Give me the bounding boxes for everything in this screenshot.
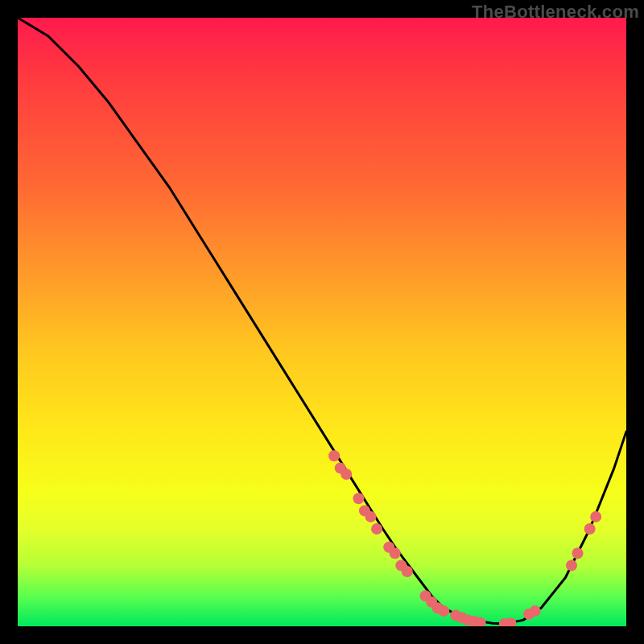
marker-dot [353, 493, 364, 504]
series-curve [18, 18, 626, 624]
marker-dot [572, 547, 584, 559]
marker-dot [328, 450, 340, 461]
marker-dot [566, 559, 577, 571]
marker-dot [530, 605, 541, 617]
chart-plot-area [18, 18, 626, 626]
marker-dot [365, 511, 377, 522]
marker-dot [590, 511, 601, 522]
marker-dot [584, 523, 596, 535]
marker-dot [371, 523, 382, 535]
marker-dot [438, 605, 449, 617]
chart-stage: TheBottleneck.com [0, 0, 644, 644]
marker-dot [341, 469, 352, 480]
watermark-text: TheBottleneck.com [472, 2, 639, 23]
marker-dot [402, 566, 413, 577]
marker-dot [390, 547, 401, 559]
marker-layer [328, 450, 601, 626]
chart-svg [18, 18, 626, 626]
